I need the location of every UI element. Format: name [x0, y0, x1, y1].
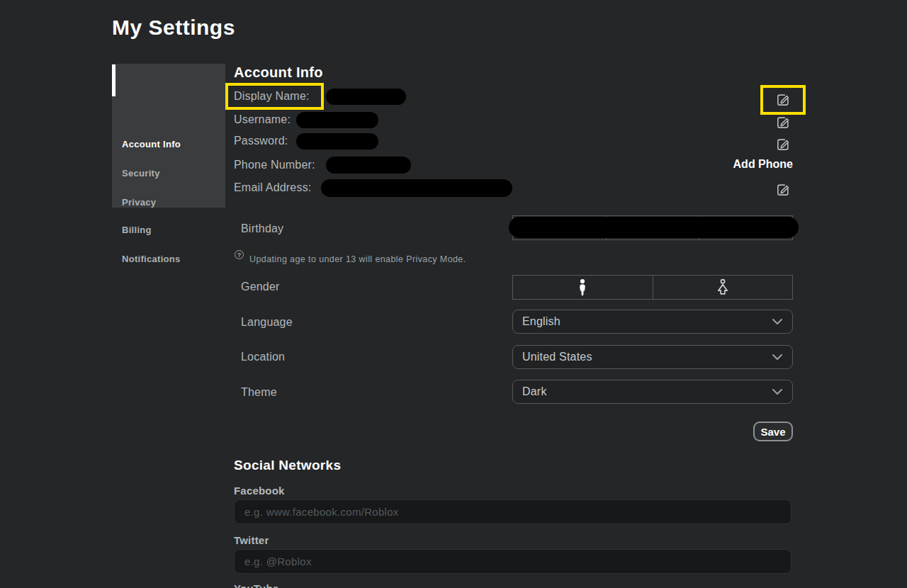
page-title: My Settings	[112, 16, 235, 40]
password-redacted-value	[296, 133, 378, 149]
theme-label: Theme	[241, 386, 277, 399]
edit-icon	[775, 92, 791, 108]
chevron-down-icon	[772, 354, 783, 361]
email-address-label: Email Address:	[234, 181, 312, 194]
privacy-mode-note: Updating age to under 13 will enable Pri…	[249, 254, 466, 264]
email-redacted-value	[321, 179, 512, 197]
gender-female-option[interactable]	[653, 275, 794, 300]
display-name-label: Display Name:	[234, 90, 310, 103]
twitter-input[interactable]	[234, 549, 791, 574]
birthday-label: Birthday	[241, 222, 283, 235]
edit-password-button[interactable]	[775, 137, 791, 152]
password-label: Password:	[234, 135, 288, 147]
edit-username-button[interactable]	[775, 115, 791, 130]
social-networks-heading: Social Networks	[234, 458, 341, 473]
theme-value: Dark	[522, 385, 772, 398]
phone-number-label: Phone Number:	[234, 159, 315, 171]
language-select[interactable]: English	[512, 310, 793, 334]
sidebar-item-account-info[interactable]: Account Info	[122, 139, 181, 149]
location-label: Location	[241, 351, 285, 363]
settings-sidebar: Account Info Security Privacy Billing No…	[112, 64, 225, 208]
username-redacted-value	[296, 112, 378, 128]
edit-icon	[775, 115, 791, 130]
chevron-down-icon	[772, 318, 783, 325]
sidebar-item-privacy[interactable]: Privacy	[122, 197, 156, 208]
gender-options	[512, 275, 793, 300]
location-select[interactable]: United States	[512, 345, 793, 369]
edit-icon	[775, 137, 791, 152]
sidebar-item-security[interactable]: Security	[122, 168, 160, 179]
help-icon: ?	[235, 250, 244, 259]
facebook-input[interactable]	[234, 499, 791, 524]
save-button[interactable]: Save	[753, 422, 793, 441]
facebook-label: Facebook	[234, 485, 285, 497]
twitter-label: Twitter	[234, 534, 269, 546]
add-phone-button[interactable]: Add Phone	[694, 158, 793, 171]
male-icon	[576, 278, 589, 297]
theme-select[interactable]: Dark	[512, 380, 793, 404]
edit-email-button[interactable]	[775, 182, 791, 198]
language-label: Language	[241, 316, 293, 329]
active-tab-indicator	[112, 64, 116, 96]
edit-display-name-button[interactable]	[775, 92, 791, 108]
sidebar-item-notifications[interactable]: Notifications	[122, 254, 181, 264]
account-info-heading: Account Info	[234, 64, 323, 81]
female-icon	[716, 278, 730, 297]
chevron-down-icon	[772, 388, 783, 395]
my-settings-page: { "page": { "title": "My Settings" }, "s…	[0, 0, 907, 588]
gender-male-option[interactable]	[512, 275, 653, 300]
display-name-redacted-value	[326, 89, 406, 105]
phone-redacted-value	[326, 157, 411, 174]
language-value: English	[522, 315, 772, 328]
youtube-label: YouTube	[234, 582, 278, 588]
gender-label: Gender	[241, 281, 280, 293]
sidebar-item-billing[interactable]: Billing	[122, 225, 152, 235]
username-label: Username:	[234, 113, 291, 126]
birthday-redacted-value	[509, 217, 799, 238]
location-value: United States	[522, 351, 772, 363]
edit-icon	[775, 182, 791, 198]
